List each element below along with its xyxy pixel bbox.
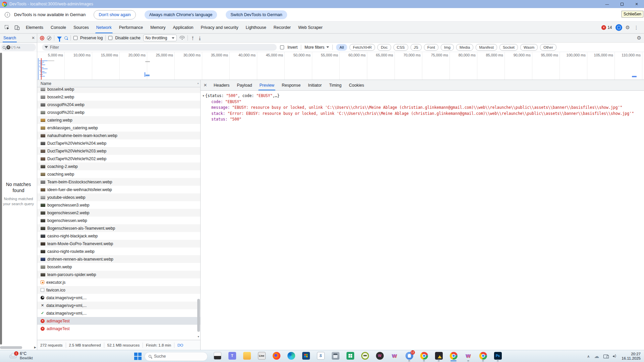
tab-privacy-and-security[interactable]: Privacy and security bbox=[197, 21, 242, 33]
network-request-row[interactable]: executor.js bbox=[37, 278, 200, 286]
taskbar-app-w-colorful-app[interactable]: W bbox=[464, 351, 472, 362]
scroll-right-arrow-icon[interactable]: ▶ bbox=[34, 346, 36, 349]
weather-widget[interactable]: 1 6°C Bewölkt bbox=[9, 351, 33, 360]
close-detail-icon[interactable]: ✕ bbox=[201, 83, 210, 88]
detail-tab-response[interactable]: Response bbox=[278, 80, 304, 90]
taskbar-app-document-app[interactable] bbox=[213, 351, 221, 362]
network-request-row[interactable]: bosseln.webp bbox=[37, 263, 200, 271]
network-request-row[interactable]: ✓data:image/svg+xml,... bbox=[37, 309, 200, 317]
detail-tab-headers[interactable]: Headers bbox=[210, 80, 233, 90]
infobar-button[interactable]: Don't show again bbox=[94, 10, 136, 19]
devtools-companion-icon[interactable] bbox=[615, 24, 622, 31]
volume-icon[interactable] bbox=[612, 354, 617, 358]
json-property-line[interactable]: status: "500" bbox=[203, 117, 644, 123]
network-settings-gear-icon[interactable]: ⚙ bbox=[637, 35, 641, 41]
detail-tab-payload[interactable]: Payload bbox=[233, 80, 256, 90]
filter-chip-other[interactable]: Other bbox=[540, 44, 556, 51]
taskbar-clock[interactable]: 20:27 16.11.2025 bbox=[622, 352, 641, 361]
network-request-row[interactable]: ✕data:image/svg+xml,... bbox=[37, 302, 200, 309]
search-panel-scrollbar[interactable] bbox=[0, 53, 2, 345]
invert-checkbox[interactable] bbox=[280, 45, 284, 49]
network-request-row[interactable]: bogenschiessen.webp bbox=[37, 217, 200, 224]
start-button[interactable] bbox=[134, 353, 142, 360]
taskbar-app-teams[interactable]: T bbox=[228, 351, 236, 362]
tab-application[interactable]: Application bbox=[169, 21, 197, 33]
tab-performance[interactable]: Performance bbox=[115, 21, 147, 33]
infobar-button[interactable]: Switch DevTools to German bbox=[226, 10, 287, 19]
detail-tab-timing[interactable]: Timing bbox=[325, 80, 345, 90]
clear-search-icon[interactable]: ✕ bbox=[6, 45, 10, 49]
filter-input[interactable]: Filter bbox=[42, 44, 277, 51]
network-request-row[interactable]: crossgolf%202.webp bbox=[37, 108, 200, 116]
taskbar-app-dark-yellow-app[interactable] bbox=[435, 351, 443, 362]
taskbar-app-microsoft-store[interactable] bbox=[302, 351, 310, 362]
device-toolbar-icon[interactable] bbox=[13, 23, 21, 32]
search-panel-hscrollbar[interactable]: ▶ bbox=[0, 345, 37, 350]
filter-chip-css[interactable]: CSS bbox=[393, 44, 408, 51]
search-panel-close-icon[interactable]: ✕ bbox=[32, 36, 35, 40]
network-conditions-icon[interactable] bbox=[179, 36, 185, 40]
network-request-row[interactable]: bosseln2.webp bbox=[37, 93, 200, 101]
expand-triangle-icon[interactable]: ▼ bbox=[203, 94, 204, 97]
taskbar-app-hand-app[interactable]: 12 bbox=[405, 351, 413, 362]
network-request-row[interactable]: DuctTape%20Vehicle%204.webp bbox=[37, 139, 200, 147]
tab-recorder[interactable]: Recorder bbox=[270, 21, 294, 33]
json-property-line[interactable]: code: "EBUSY" bbox=[203, 99, 644, 105]
network-request-row[interactable]: drohnen-rennen-als-teamevent.webp bbox=[37, 255, 200, 263]
filter-chip-wasm[interactable]: Wasm bbox=[520, 44, 538, 51]
network-request-row[interactable]: ideen-fuer-die-weihnachtsfeier.webp bbox=[37, 186, 200, 193]
filter-chip-manifest[interactable]: Manifest bbox=[476, 44, 497, 51]
tab-sources[interactable]: Sources bbox=[70, 21, 93, 33]
network-request-row[interactable]: DuctTape%20Vehicle%203.webp bbox=[37, 147, 200, 155]
console-error-badge[interactable]: ✕ 14 bbox=[601, 25, 612, 30]
import-har-icon[interactable]: ⭱ bbox=[191, 36, 195, 40]
taskbar-app-s-document[interactable]: S bbox=[317, 351, 325, 362]
network-request-row[interactable]: Bogenschiessen-als-Teamevent.webp bbox=[37, 224, 200, 232]
regex-toggle[interactable]: (.*) bbox=[11, 46, 15, 49]
taskbar-search[interactable]: Suche bbox=[145, 352, 208, 361]
taskbar-app-chrome[interactable] bbox=[449, 351, 458, 362]
throttling-select[interactable]: No throttling bbox=[143, 35, 177, 41]
filter-chip-media[interactable]: Media bbox=[456, 44, 473, 51]
json-property-line[interactable]: message: "EBUSY: resource busy or locked… bbox=[203, 105, 644, 111]
devices-icon[interactable] bbox=[603, 355, 608, 358]
taskbar-app-w-colorful-app[interactable]: W bbox=[390, 351, 398, 362]
network-request-row[interactable]: coaching.webp bbox=[37, 170, 200, 178]
taskbar-app-green-grid-app[interactable] bbox=[346, 351, 354, 362]
scroll-up-arrow-icon[interactable]: ▲ bbox=[197, 82, 199, 84]
network-overview-timeline[interactable]: 5,000 ms10,000 ms15,000 ms20,000 ms25,00… bbox=[37, 52, 644, 80]
filter-chip-doc[interactable]: Doc bbox=[377, 44, 391, 51]
tab-web-scraper[interactable]: Web Scraper bbox=[294, 21, 326, 33]
detail-tab-initiator[interactable]: Initiator bbox=[304, 80, 325, 90]
network-request-row[interactable]: bogenschiessen3.webp bbox=[37, 201, 200, 209]
network-request-row[interactable]: team-Movie-GoPro-Teamevent.webp bbox=[37, 240, 200, 247]
network-request-row[interactable]: erstklassiges_catering.webp bbox=[37, 124, 200, 132]
network-request-row[interactable]: Team-beim-Eisstockschiessen.webp bbox=[37, 178, 200, 186]
network-request-row[interactable]: ✕adImageTest bbox=[37, 317, 200, 325]
network-search-icon[interactable] bbox=[64, 36, 68, 40]
request-list-scrollbar[interactable] bbox=[197, 299, 200, 332]
minimize-button[interactable]: — bbox=[600, 0, 614, 8]
network-request-row[interactable]: DuctTape%20Vehicle%202.webp bbox=[37, 155, 200, 163]
tray-overflow-chevron-icon[interactable]: ∧ bbox=[587, 354, 590, 359]
network-request-row[interactable]: coaching-2.webp bbox=[37, 163, 200, 170]
tab-lighthouse[interactable]: Lighthouse bbox=[242, 21, 270, 33]
preserve-log-checkbox[interactable] bbox=[73, 36, 77, 40]
case-sensitive-toggle[interactable]: Aa bbox=[16, 46, 20, 49]
network-request-row[interactable]: crossgolf%204.webp bbox=[37, 101, 200, 108]
network-request-row[interactable]: youtube-videos.webp bbox=[37, 193, 200, 201]
network-request-row[interactable]: ✕adImageTest bbox=[37, 325, 200, 332]
network-request-row[interactable]: bogenschiessen2.webp bbox=[37, 209, 200, 217]
tab-memory[interactable]: Memory bbox=[147, 21, 169, 33]
taskbar-app-wampserver[interactable]: W bbox=[376, 351, 384, 362]
search-panel-tab[interactable]: Search bbox=[3, 34, 16, 42]
filter-chip-js[interactable]: JS bbox=[411, 44, 422, 51]
json-summary-line[interactable]: ▼{status: "500", code: "EBUSY",…} bbox=[203, 93, 644, 99]
clear-network-log-icon[interactable] bbox=[47, 36, 51, 40]
network-request-row[interactable]: team-parcours-spider.webp bbox=[37, 271, 200, 278]
close-button[interactable]: ✕ bbox=[629, 0, 644, 8]
scroll-down-arrow-icon[interactable]: ▼ bbox=[197, 335, 200, 338]
network-request-row[interactable]: favicon.ico bbox=[37, 286, 200, 294]
inspect-icon[interactable] bbox=[3, 23, 11, 32]
network-request-row[interactable]: nahaufnahme-beim-team-kochen.webp bbox=[37, 132, 200, 139]
